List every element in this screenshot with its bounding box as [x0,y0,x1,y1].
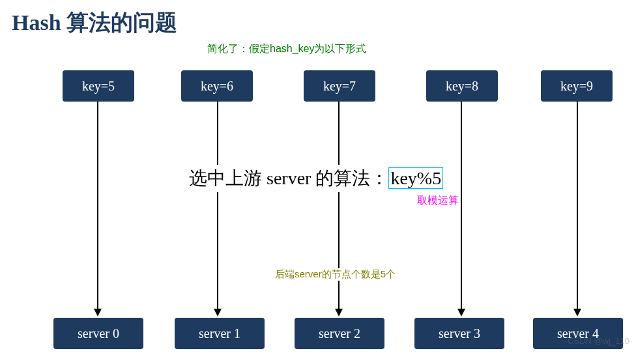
formula-expression: key%5 [388,167,443,189]
server-box-2: server 2 [295,318,384,349]
server-box-0: server 0 [53,318,143,349]
server-box-1: server 1 [175,318,265,349]
algorithm-formula: 选中上游 server 的算法：key%5 [186,165,446,192]
arrow-1 [91,102,104,318]
arrow-2 [211,102,224,318]
key-box-9: key=9 [541,70,613,102]
backend-count-note: 后端server的节点个数是5个 [274,268,397,281]
key-box-5: key=5 [63,70,134,102]
key-box-8: key=8 [426,70,498,102]
subtitle-note: 简化了：假定hash_key为以下形式 [207,42,367,56]
svg-marker-1 [94,309,102,316]
key-box-7: key=7 [304,70,375,102]
svg-marker-5 [335,309,343,316]
svg-marker-3 [214,309,222,316]
arrow-3 [332,102,345,318]
watermark: CSDN @wj_110 [568,336,629,346]
server-box-3: server 3 [414,318,504,349]
svg-marker-7 [457,309,465,316]
arrow-4 [455,102,468,318]
svg-marker-9 [573,309,581,316]
formula-prefix: 选中上游 server 的算法： [189,168,388,188]
modulo-annotation: 取模运算 [417,194,459,208]
key-box-6: key=6 [181,70,253,102]
arrow-5 [571,102,584,318]
page-title: Hash 算法的问题 [12,8,177,38]
